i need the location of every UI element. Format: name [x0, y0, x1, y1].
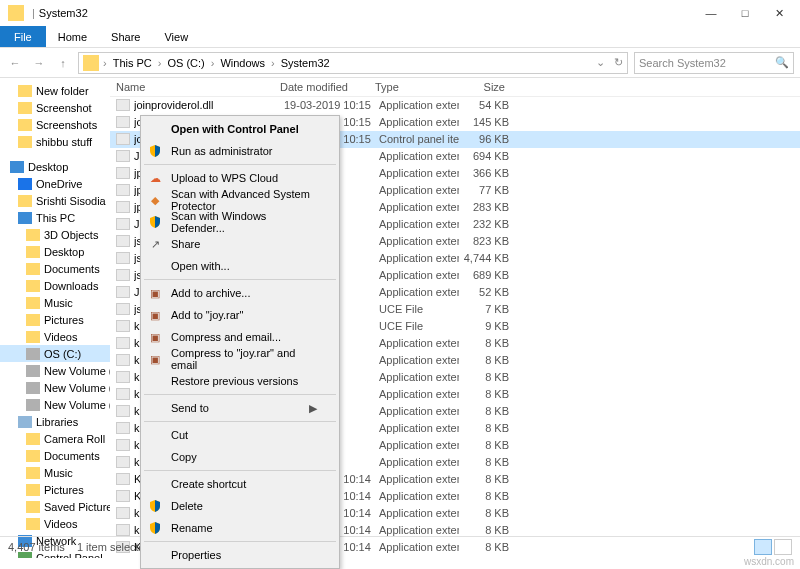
sidebar-item[interactable]: OneDrive: [0, 175, 110, 192]
file-size: 8 KB: [459, 473, 519, 485]
menu-item[interactable]: Send to▶: [143, 397, 337, 419]
home-tab[interactable]: Home: [46, 26, 99, 47]
shield-icon: [147, 143, 163, 159]
share-tab[interactable]: Share: [99, 26, 152, 47]
breadcrumb-seg[interactable]: This PC: [109, 57, 156, 69]
file-size: 689 KB: [459, 269, 519, 281]
maximize-button[interactable]: □: [728, 1, 762, 25]
sidebar-item[interactable]: New Volume (F: [0, 396, 110, 413]
breadcrumb-seg[interactable]: OS (C:): [163, 57, 208, 69]
view-tab[interactable]: View: [152, 26, 200, 47]
menu-item[interactable]: Run as administrator: [143, 140, 337, 162]
menu-item[interactable]: ◆Scan with Advanced System Protector: [143, 189, 337, 211]
menu-item[interactable]: ▣Compress to "joy.rar" and email: [143, 348, 337, 370]
sidebar-item[interactable]: Libraries: [0, 413, 110, 430]
sidebar-item[interactable]: Videos: [0, 328, 110, 345]
menu-item[interactable]: Properties: [143, 544, 337, 566]
sidebar-item[interactable]: OS (C:): [0, 345, 110, 362]
back-button[interactable]: ←: [6, 54, 24, 72]
folder-icon: [26, 280, 40, 292]
col-name[interactable]: Name: [110, 81, 280, 93]
details-view-button[interactable]: [754, 539, 772, 555]
menu-item[interactable]: ▣Add to archive...: [143, 282, 337, 304]
sidebar-label: Screenshots: [36, 119, 97, 131]
menu-item[interactable]: Restore previous versions: [143, 370, 337, 392]
drive-icon: [26, 399, 40, 411]
sidebar-item[interactable]: Pictures: [0, 311, 110, 328]
forward-button[interactable]: →: [30, 54, 48, 72]
menu-label: Open with Control Panel: [171, 123, 299, 135]
sidebar-item[interactable]: New folder: [0, 82, 110, 99]
menu-item[interactable]: Open with...: [143, 255, 337, 277]
menu-item[interactable]: Open with Control Panel: [143, 118, 337, 140]
menu-item[interactable]: ↗Share: [143, 233, 337, 255]
up-button[interactable]: ↑: [54, 54, 72, 72]
sidebar-item[interactable]: New Volume (E: [0, 379, 110, 396]
sidebar-item[interactable]: New Volume (D: [0, 362, 110, 379]
sidebar-item[interactable]: Videos: [0, 515, 110, 532]
file-type: Application extens...: [379, 235, 459, 247]
sidebar-item[interactable]: Screenshot: [0, 99, 110, 116]
file-type: Application extens...: [379, 218, 459, 230]
menu-item[interactable]: Scan with Windows Defender...: [143, 211, 337, 233]
minimize-button[interactable]: —: [694, 1, 728, 25]
file-icon: [116, 269, 130, 281]
file-icon: [116, 490, 130, 502]
sidebar-label: New Volume (E: [44, 382, 110, 394]
sidebar-item[interactable]: 3D Objects: [0, 226, 110, 243]
sidebar-item[interactable]: Documents: [0, 447, 110, 464]
breadcrumb[interactable]: › This PC› OS (C:)› Windows› System32 ⌄ …: [78, 52, 628, 74]
desktop-icon: [10, 161, 24, 173]
column-headers[interactable]: Name Date modified Type Size: [110, 78, 800, 97]
sidebar-item[interactable]: Desktop: [0, 243, 110, 260]
sidebar-item[interactable]: Screenshots: [0, 116, 110, 133]
cloud-icon: [18, 178, 32, 190]
menu-item[interactable]: Create shortcut: [143, 473, 337, 495]
menu-item[interactable]: ▣Add to "joy.rar": [143, 304, 337, 326]
sidebar-item[interactable]: Documents: [0, 260, 110, 277]
menu-item[interactable]: Copy: [143, 446, 337, 468]
sidebar-item[interactable]: This PC: [0, 209, 110, 226]
file-icon: [116, 439, 130, 451]
sidebar-item[interactable]: shibbu stuff: [0, 133, 110, 150]
thumbnail-view-button[interactable]: [774, 539, 792, 555]
file-icon: [116, 507, 130, 519]
menu-item[interactable]: Cut: [143, 424, 337, 446]
search-icon: 🔍: [775, 56, 789, 69]
search-input[interactable]: Search System32 🔍: [634, 52, 794, 74]
sidebar-label: Desktop: [44, 246, 84, 258]
separator: |: [32, 7, 35, 19]
col-size[interactable]: Size: [455, 81, 515, 93]
file-row[interactable]: joinproviderol.dll19-03-2019 10:15Applic…: [110, 97, 800, 114]
file-tab[interactable]: File: [0, 26, 46, 47]
sidebar-item[interactable]: Downloads: [0, 277, 110, 294]
file-size: 694 KB: [459, 150, 519, 162]
sidebar-item[interactable]: Saved Pictures: [0, 498, 110, 515]
menu-item[interactable]: ☁Upload to WPS Cloud: [143, 167, 337, 189]
file-type: Application extens...: [379, 422, 459, 434]
col-date[interactable]: Date modified: [280, 81, 375, 93]
shield-icon: [147, 214, 163, 230]
menu-item[interactable]: Delete: [143, 495, 337, 517]
file-size: 8 KB: [459, 337, 519, 349]
col-type[interactable]: Type: [375, 81, 455, 93]
breadcrumb-seg[interactable]: Windows: [216, 57, 269, 69]
file-type: Application extens...: [379, 473, 459, 485]
menu-label: Add to "joy.rar": [171, 309, 243, 321]
sidebar-item[interactable]: Desktop: [0, 158, 110, 175]
sidebar-item[interactable]: Pictures: [0, 481, 110, 498]
sidebar-item[interactable]: Camera Roll: [0, 430, 110, 447]
file-type: Application extens...: [379, 490, 459, 502]
file-size: 8 KB: [459, 456, 519, 468]
menu-label: Restore previous versions: [171, 375, 298, 387]
sidebar-item[interactable]: Srishti Sisodia: [0, 192, 110, 209]
menu-label: Scan with Advanced System Protector: [171, 188, 317, 212]
close-button[interactable]: ✕: [762, 1, 796, 25]
menu-item[interactable]: Rename: [143, 517, 337, 539]
menu-item[interactable]: ▣Compress and email...: [143, 326, 337, 348]
sidebar-item[interactable]: Music: [0, 294, 110, 311]
menu-label: Delete: [171, 500, 203, 512]
breadcrumb-seg[interactable]: System32: [277, 57, 334, 69]
sidebar-item[interactable]: Music: [0, 464, 110, 481]
file-icon: [116, 456, 130, 468]
